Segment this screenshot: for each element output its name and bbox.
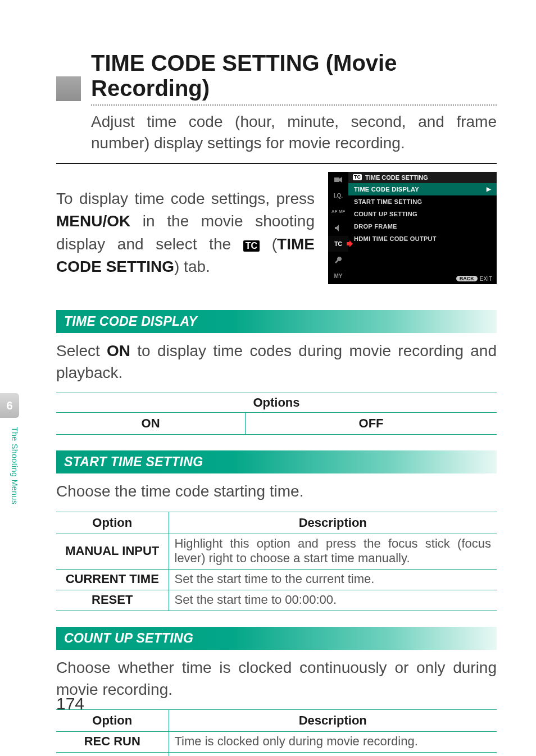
- table-row: REC RUNTime is clocked only during movie…: [56, 731, 497, 752]
- osd-item: DROP FRAME: [348, 220, 497, 233]
- osd-header: TC TIME CODE SETTING: [348, 172, 497, 183]
- options-table-tcd: Options ON OFF: [56, 393, 497, 435]
- osd-item: START TIME SETTING: [348, 195, 497, 208]
- section-body-cus: Choose whether time is clocked continuou…: [56, 657, 497, 700]
- osd-gutter-movie-icon: [328, 172, 348, 188]
- osd-back-pill: BACK: [456, 276, 478, 281]
- svg-marker-1: [339, 177, 342, 183]
- step-paragraph: To display time code settings, press MEN…: [56, 188, 315, 279]
- page-title: TIME CODE SETTING (Movie Recording): [91, 51, 497, 101]
- osd-exit-label: EXIT: [480, 276, 492, 282]
- osd-gutter-my: MY: [328, 268, 348, 284]
- options-table-cus: Option Description REC RUNTime is clocke…: [56, 709, 497, 756]
- osd-menu-screenshot: I.Q. AF MF TC MY TC TIME CODE SET: [328, 172, 497, 284]
- section-body-sts: Choose the time code starting time.: [56, 480, 497, 502]
- table-row: RESETSet the start time to 00:00:00.: [56, 590, 497, 611]
- options-header: Options: [56, 393, 497, 413]
- osd-gutter-afmf: AF MF: [328, 204, 348, 220]
- tc-icon: TC: [243, 240, 260, 252]
- menu-ok-label: MENU/OK: [56, 212, 130, 230]
- col-description: Description: [169, 709, 497, 731]
- table-row: CURRENT TIMESet the start time to the cu…: [56, 569, 497, 590]
- title-block-icon: [56, 76, 81, 101]
- table-row: MANUAL INPUTHighlight this option and pr…: [56, 534, 497, 569]
- col-description: Description: [169, 512, 497, 534]
- section-body-tcd: Select ON to display time codes during m…: [56, 340, 497, 384]
- osd-item: COUNT UP SETTING: [348, 208, 497, 220]
- svg-marker-2: [335, 225, 339, 231]
- osd-item: HDMI TIME CODE OUTPUT: [348, 233, 497, 245]
- osd-gutter-wrench-icon: [328, 252, 348, 268]
- option-off: OFF: [246, 413, 497, 435]
- osd-header-title: TIME CODE SETTING: [365, 174, 428, 181]
- page-number: 174: [56, 694, 84, 713]
- col-option: Option: [56, 512, 169, 534]
- title-dotted-rule: [91, 104, 497, 106]
- option-on: ON: [56, 413, 246, 435]
- table-row: FREE RUNTime is clocked continuously.: [56, 752, 497, 756]
- osd-gutter-tc-active: TC: [328, 236, 348, 252]
- osd-gutter-audio-icon: [328, 220, 348, 236]
- svg-rect-0: [334, 177, 339, 182]
- osd-footer: BACK EXIT: [456, 276, 492, 282]
- osd-header-tc-icon: TC: [353, 174, 362, 180]
- options-table-sts: Option Description MANUAL INPUTHighlight…: [56, 512, 497, 611]
- osd-gutter-iq: I.Q.: [328, 188, 348, 204]
- section-heading-cus: COUNT UP SETTING: [56, 627, 497, 650]
- osd-gutter: I.Q. AF MF TC MY: [328, 172, 348, 284]
- section-heading-sts: START TIME SETTING: [56, 450, 497, 473]
- osd-item-selected: TIME CODE DISPLAY▶: [348, 183, 497, 195]
- section-heading-tcd: TIME CODE DISPLAY: [56, 310, 497, 333]
- lead-paragraph: Adjust time code (hour, minute, second, …: [91, 111, 497, 154]
- chevron-right-icon: ▶: [487, 186, 491, 192]
- horizontal-rule: [56, 163, 497, 164]
